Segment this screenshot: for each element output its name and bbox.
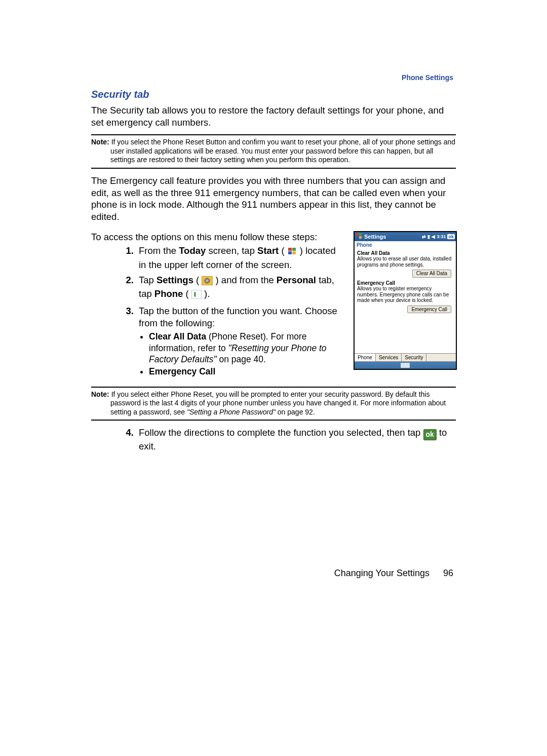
device-screenshot: Settings ⇄ ▮ ◀ 3:31 ok Phone Clear All D… xyxy=(354,231,457,370)
sip-bar xyxy=(355,361,456,369)
svg-rect-9 xyxy=(356,233,359,236)
step-number: 1. xyxy=(91,245,139,271)
note-2-text-b: on page 92. xyxy=(276,408,315,416)
sub-bullet-clear-all: Clear All Data (Phone Reset). For more i… xyxy=(149,331,344,365)
paragraph-3: To access the options on this menu follo… xyxy=(91,231,344,243)
tab-security: Security xyxy=(402,354,426,361)
device-title: Settings xyxy=(364,234,422,240)
note-block-1: Note: If you select the Phone Reset Butt… xyxy=(91,134,456,169)
svg-rect-3 xyxy=(288,251,292,254)
step-number: 4. xyxy=(91,427,139,452)
step-3: Tap the button of the function you want.… xyxy=(139,305,344,379)
step-number: 2. xyxy=(91,274,139,302)
page-footer: Changing Your Settings 96 xyxy=(334,568,453,579)
step-4: Follow the directions to complete the fu… xyxy=(139,427,456,452)
signal-icon: ▮ xyxy=(427,234,430,239)
emergency-call-button: Emergency Call xyxy=(407,306,451,314)
section-title: Security tab xyxy=(91,89,456,100)
paragraph-2: The Emergency call feature provides you … xyxy=(91,175,456,223)
settings-icon xyxy=(202,276,213,288)
svg-rect-4 xyxy=(292,251,296,254)
steps-list-cont: 4. Follow the directions to complete the… xyxy=(91,427,456,452)
device-time: 3:31 xyxy=(437,234,446,239)
note-2-ref: "Setting a Phone Password" xyxy=(187,408,276,416)
cad-heading: Clear All Data xyxy=(357,250,453,256)
intro-paragraph: The Security tab allows you to restore t… xyxy=(91,104,456,128)
svg-rect-10 xyxy=(359,233,362,236)
footer-page-number: 96 xyxy=(443,568,453,578)
svg-rect-8 xyxy=(191,290,202,299)
svg-point-7 xyxy=(206,280,208,282)
step-1: From the Today screen, tap Start ( ) loc… xyxy=(139,245,344,271)
svg-rect-2 xyxy=(292,248,296,251)
windows-start-icon xyxy=(356,233,362,240)
titlebar-ok: ok xyxy=(447,234,455,239)
step-number: 3. xyxy=(91,305,139,379)
steps-list: 1. From the Today screen, tap Start ( ) … xyxy=(91,245,344,379)
ok-icon: ok xyxy=(423,429,437,440)
note-block-2: Note: If you select either Phone Reset, … xyxy=(91,387,456,421)
note-label: Note: xyxy=(91,138,109,146)
device-subheader: Phone xyxy=(355,241,456,249)
page-header-section: Phone Settings xyxy=(402,73,453,82)
start-icon xyxy=(287,247,297,259)
footer-chapter: Changing Your Settings xyxy=(334,568,429,578)
ec-heading: Emergency Call xyxy=(357,280,453,286)
keyboard-icon xyxy=(401,363,410,368)
sub-bullet-emergency: Emergency Call xyxy=(149,366,344,377)
note-label: Note: xyxy=(91,390,109,398)
cad-desc: Allows you to erase all user data, insta… xyxy=(357,256,453,268)
svg-rect-12 xyxy=(359,236,362,239)
step-2: Tap Settings ( ) and from the Personal t… xyxy=(139,274,344,302)
phone-icon xyxy=(191,290,202,302)
tab-services: Services xyxy=(376,354,402,361)
svg-rect-1 xyxy=(288,248,292,251)
note-1-text: If you select the Phone Reset Button and… xyxy=(110,138,455,164)
device-titlebar: Settings ⇄ ▮ ◀ 3:31 ok xyxy=(355,232,456,241)
clear-all-data-button: Clear All Data xyxy=(412,270,451,278)
svg-rect-11 xyxy=(356,236,359,239)
connectivity-icon: ⇄ xyxy=(422,234,426,239)
ec-desc: Allows you to register emergency numbers… xyxy=(357,286,453,304)
device-tabs: Phone Services Security xyxy=(355,353,456,361)
tab-phone: Phone xyxy=(355,354,376,361)
sub-bullets: Clear All Data (Phone Reset). For more i… xyxy=(139,331,344,377)
volume-icon: ◀ xyxy=(432,234,435,239)
